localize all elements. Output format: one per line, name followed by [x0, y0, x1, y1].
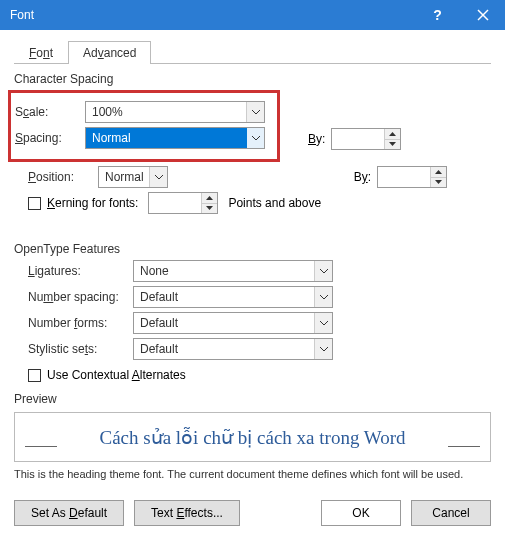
preview-label: Preview [14, 392, 491, 406]
spinner-up-icon[interactable] [431, 167, 446, 178]
scale-label: Scale: [15, 105, 85, 119]
position-value: Normal [99, 170, 149, 184]
ligatures-label: Ligatures: [28, 264, 133, 278]
spacing-combo[interactable]: Normal [85, 127, 265, 149]
contextual-alternates-checkbox[interactable] [28, 369, 41, 382]
kerning-checkbox[interactable] [28, 197, 41, 210]
highlight-box: Scale: 100% Spacing: Normal [8, 90, 280, 162]
kerning-label: Kerning for fonts: [47, 196, 138, 210]
spinner-down-icon[interactable] [385, 140, 400, 150]
close-button[interactable] [460, 0, 505, 30]
ligatures-combo[interactable]: None [133, 260, 333, 282]
tab-strip: Font Advanced [14, 40, 491, 64]
position-combo[interactable]: Normal [98, 166, 168, 188]
close-icon [477, 9, 489, 21]
chevron-down-icon [314, 339, 332, 359]
stylistic-sets-label: Stylistic sets: [28, 342, 133, 356]
contextual-alternates-label: Use Contextual Alternates [47, 368, 186, 382]
cancel-button[interactable]: Cancel [411, 500, 491, 526]
help-button[interactable]: ? [415, 0, 460, 30]
chevron-down-icon [314, 261, 332, 281]
opentype-label: OpenType Features [14, 242, 491, 256]
character-spacing-label: Character Spacing [14, 72, 491, 86]
chevron-down-icon [246, 128, 264, 148]
spinner-up-icon[interactable] [385, 129, 400, 140]
set-as-default-button[interactable]: Set As Default [14, 500, 124, 526]
kerning-spinner[interactable] [148, 192, 218, 214]
chevron-down-icon [314, 313, 332, 333]
chevron-down-icon [149, 167, 167, 187]
number-spacing-label: Number spacing: [28, 290, 133, 304]
stylistic-sets-combo[interactable]: Default [133, 338, 333, 360]
tab-font[interactable]: Font [14, 41, 68, 64]
number-spacing-combo[interactable]: Default [133, 286, 333, 308]
number-forms-combo[interactable]: Default [133, 312, 333, 334]
spacing-by-spinner[interactable] [331, 128, 401, 150]
scale-value: 100% [86, 105, 246, 119]
dialog-title: Font [10, 8, 415, 22]
spacing-label: Spacing: [15, 131, 85, 145]
spacing-value: Normal [86, 131, 246, 145]
ok-button[interactable]: OK [321, 500, 401, 526]
tab-advanced[interactable]: Advanced [68, 41, 151, 64]
dialog-footer: Set As Default Text Effects... OK Cancel [0, 490, 505, 540]
titlebar: Font ? [0, 0, 505, 30]
scale-combo[interactable]: 100% [85, 101, 265, 123]
points-above-label: Points and above [228, 196, 321, 210]
chevron-down-icon [314, 287, 332, 307]
text-effects-button[interactable]: Text Effects... [134, 500, 240, 526]
number-forms-label: Number forms: [28, 316, 133, 330]
preview-description: This is the heading theme font. The curr… [14, 468, 491, 480]
position-by-spinner[interactable] [377, 166, 447, 188]
spinner-up-icon[interactable] [202, 193, 217, 204]
by-label-2: By: [354, 170, 371, 184]
preview-box: Cách sửa lỗi chữ bị cách xa trong Word [14, 412, 491, 462]
position-label: Position: [28, 170, 98, 184]
spinner-down-icon[interactable] [202, 204, 217, 214]
spinner-down-icon[interactable] [431, 178, 446, 188]
preview-text: Cách sửa lỗi chữ bị cách xa trong Word [99, 426, 405, 449]
chevron-down-icon [246, 102, 264, 122]
by-label-1: By: [308, 132, 325, 146]
